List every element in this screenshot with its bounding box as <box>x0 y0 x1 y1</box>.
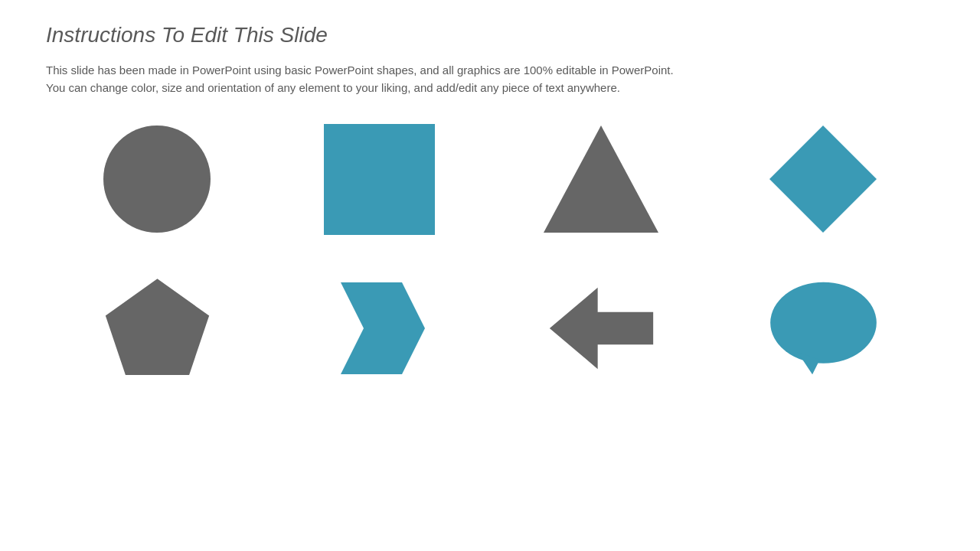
pentagon-shape <box>102 273 213 384</box>
shape-arrow-left-container <box>501 269 701 388</box>
square-shape <box>324 124 435 235</box>
circle-shape <box>103 126 211 233</box>
arrow-left-shape <box>546 282 657 374</box>
svg-marker-2 <box>105 279 208 375</box>
shapes-section <box>46 120 934 388</box>
body-text: This slide has been made in PowerPoint u… <box>46 61 934 97</box>
shape-triangle-container <box>501 120 701 239</box>
svg-marker-0 <box>544 126 658 233</box>
svg-point-5 <box>770 282 877 364</box>
shape-speech-bubble-container <box>724 269 923 388</box>
slide: Instructions To Edit This Slide This sli… <box>0 0 980 551</box>
shape-square-container <box>279 120 479 239</box>
triangle-shape <box>540 122 662 236</box>
body-text-line2: You can change color, size and orientati… <box>46 81 620 94</box>
shapes-row-1 <box>46 120 934 239</box>
shape-circle-container <box>57 120 256 239</box>
speech-bubble-shape <box>768 279 879 378</box>
diamond-shape <box>766 122 880 236</box>
body-text-line1: This slide has been made in PowerPoint u… <box>46 64 674 77</box>
slide-title: Instructions To Edit This Slide <box>46 23 934 47</box>
svg-marker-3 <box>341 282 425 374</box>
shape-diamond-container <box>724 120 923 239</box>
chevron-shape <box>325 275 433 382</box>
svg-marker-1 <box>769 126 877 233</box>
shape-chevron-container <box>279 269 479 388</box>
svg-marker-4 <box>549 288 652 369</box>
shape-pentagon-container <box>57 269 256 388</box>
shapes-row-2 <box>46 269 934 388</box>
